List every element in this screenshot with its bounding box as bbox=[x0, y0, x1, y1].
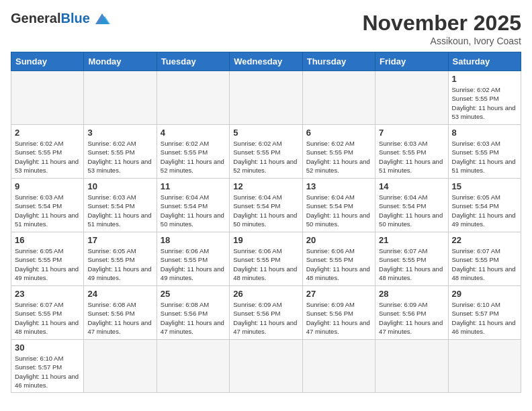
calendar-cell: 17Sunrise: 6:05 AM Sunset: 5:55 PM Dayli… bbox=[84, 232, 157, 286]
calendar-cell: 9Sunrise: 6:03 AM Sunset: 5:54 PM Daylig… bbox=[11, 179, 84, 232]
calendar-cell: 23Sunrise: 6:07 AM Sunset: 5:55 PM Dayli… bbox=[11, 286, 84, 340]
day-info: Sunrise: 6:03 AM Sunset: 5:55 PM Dayligh… bbox=[379, 139, 444, 175]
day-info: Sunrise: 6:06 AM Sunset: 5:55 PM Dayligh… bbox=[306, 246, 371, 282]
day-number: 8 bbox=[452, 128, 517, 138]
day-info: Sunrise: 6:04 AM Sunset: 5:54 PM Dayligh… bbox=[161, 193, 226, 228]
day-number: 24 bbox=[87, 289, 152, 299]
calendar-cell: 8Sunrise: 6:03 AM Sunset: 5:55 PM Daylig… bbox=[448, 125, 521, 179]
calendar-cell: 7Sunrise: 6:03 AM Sunset: 5:55 PM Daylig… bbox=[375, 125, 448, 179]
calendar-cell: 26Sunrise: 6:09 AM Sunset: 5:56 PM Dayli… bbox=[230, 286, 302, 340]
calendar-cell: 28Sunrise: 6:09 AM Sunset: 5:56 PM Dayli… bbox=[375, 286, 448, 340]
day-info: Sunrise: 6:09 AM Sunset: 5:56 PM Dayligh… bbox=[379, 300, 444, 336]
day-number: 15 bbox=[452, 181, 517, 191]
calendar-cell bbox=[84, 71, 157, 125]
calendar-cell: 14Sunrise: 6:04 AM Sunset: 5:54 PM Dayli… bbox=[375, 179, 448, 232]
calendar-cell: 24Sunrise: 6:08 AM Sunset: 5:56 PM Dayli… bbox=[84, 286, 157, 340]
calendar-cell: 10Sunrise: 6:03 AM Sunset: 5:54 PM Dayli… bbox=[84, 179, 157, 232]
day-info: Sunrise: 6:10 AM Sunset: 5:57 PM Dayligh… bbox=[452, 300, 517, 336]
calendar-cell bbox=[230, 340, 302, 393]
calendar-cell: 4Sunrise: 6:02 AM Sunset: 5:55 PM Daylig… bbox=[157, 125, 229, 179]
day-info: Sunrise: 6:07 AM Sunset: 5:55 PM Dayligh… bbox=[15, 300, 80, 336]
calendar-table: SundayMondayTuesdayWednesdayThursdayFrid… bbox=[11, 52, 521, 393]
day-info: Sunrise: 6:04 AM Sunset: 5:54 PM Dayligh… bbox=[306, 193, 371, 228]
calendar-cell bbox=[302, 340, 375, 393]
weekday-header-saturday: Saturday bbox=[448, 52, 521, 71]
calendar-cell bbox=[302, 71, 375, 125]
weekday-header-thursday: Thursday bbox=[302, 52, 375, 71]
day-number: 14 bbox=[379, 181, 444, 191]
day-info: Sunrise: 6:02 AM Sunset: 5:55 PM Dayligh… bbox=[233, 139, 298, 175]
calendar-week-row: 2Sunrise: 6:02 AM Sunset: 5:55 PM Daylig… bbox=[11, 125, 521, 179]
calendar-week-row: 9Sunrise: 6:03 AM Sunset: 5:54 PM Daylig… bbox=[11, 179, 521, 232]
day-info: Sunrise: 6:08 AM Sunset: 5:56 PM Dayligh… bbox=[161, 300, 226, 336]
calendar-cell: 1Sunrise: 6:02 AM Sunset: 5:55 PM Daylig… bbox=[448, 71, 521, 125]
calendar-cell: 6Sunrise: 6:02 AM Sunset: 5:55 PM Daylig… bbox=[302, 125, 375, 179]
calendar-cell bbox=[157, 71, 229, 125]
day-info: Sunrise: 6:03 AM Sunset: 5:55 PM Dayligh… bbox=[452, 139, 517, 175]
day-info: Sunrise: 6:02 AM Sunset: 5:55 PM Dayligh… bbox=[161, 139, 226, 175]
calendar-cell: 2Sunrise: 6:02 AM Sunset: 5:55 PM Daylig… bbox=[11, 125, 84, 179]
calendar-cell: 12Sunrise: 6:04 AM Sunset: 5:54 PM Dayli… bbox=[230, 179, 302, 232]
calendar-cell: 30Sunrise: 6:10 AM Sunset: 5:57 PM Dayli… bbox=[11, 340, 84, 393]
weekday-header-row: SundayMondayTuesdayWednesdayThursdayFrid… bbox=[11, 52, 521, 71]
day-info: Sunrise: 6:03 AM Sunset: 5:54 PM Dayligh… bbox=[15, 193, 80, 228]
day-info: Sunrise: 6:10 AM Sunset: 5:57 PM Dayligh… bbox=[15, 354, 80, 390]
calendar-cell: 21Sunrise: 6:07 AM Sunset: 5:55 PM Dayli… bbox=[375, 232, 448, 286]
day-number: 18 bbox=[161, 235, 226, 245]
day-number: 21 bbox=[379, 235, 444, 245]
day-number: 3 bbox=[87, 128, 152, 138]
day-number: 9 bbox=[15, 181, 80, 191]
day-number: 29 bbox=[452, 289, 517, 299]
calendar-cell: 29Sunrise: 6:10 AM Sunset: 5:57 PM Dayli… bbox=[448, 286, 521, 340]
day-number: 2 bbox=[15, 128, 80, 138]
day-number: 16 bbox=[15, 235, 80, 245]
logo-area: General Blue bbox=[11, 11, 112, 26]
day-info: Sunrise: 6:02 AM Sunset: 5:55 PM Dayligh… bbox=[306, 139, 371, 175]
day-number: 28 bbox=[379, 289, 444, 299]
calendar-cell: 19Sunrise: 6:06 AM Sunset: 5:55 PM Dayli… bbox=[230, 232, 302, 286]
day-number: 25 bbox=[161, 289, 226, 299]
day-info: Sunrise: 6:04 AM Sunset: 5:54 PM Dayligh… bbox=[233, 193, 298, 228]
day-number: 12 bbox=[233, 181, 298, 191]
calendar-cell bbox=[230, 71, 302, 125]
title-area: November 2025 Assikoun, Ivory Coast bbox=[362, 11, 521, 46]
calendar-cell bbox=[375, 340, 448, 393]
calendar-cell bbox=[375, 71, 448, 125]
day-info: Sunrise: 6:03 AM Sunset: 5:54 PM Dayligh… bbox=[87, 193, 152, 228]
day-info: Sunrise: 6:02 AM Sunset: 5:55 PM Dayligh… bbox=[452, 85, 517, 121]
day-number: 17 bbox=[87, 235, 152, 245]
day-number: 11 bbox=[161, 181, 226, 191]
day-number: 26 bbox=[233, 289, 298, 299]
weekday-header-sunday: Sunday bbox=[11, 52, 84, 71]
calendar-cell: 18Sunrise: 6:06 AM Sunset: 5:55 PM Dayli… bbox=[157, 232, 229, 286]
logo-general-text: General bbox=[11, 11, 60, 26]
calendar-cell: 13Sunrise: 6:04 AM Sunset: 5:54 PM Dayli… bbox=[302, 179, 375, 232]
day-info: Sunrise: 6:06 AM Sunset: 5:55 PM Dayligh… bbox=[233, 246, 298, 282]
day-number: 22 bbox=[452, 235, 517, 245]
day-info: Sunrise: 6:07 AM Sunset: 5:55 PM Dayligh… bbox=[452, 246, 517, 282]
day-info: Sunrise: 6:08 AM Sunset: 5:56 PM Dayligh… bbox=[87, 300, 152, 336]
calendar-cell: 22Sunrise: 6:07 AM Sunset: 5:55 PM Dayli… bbox=[448, 232, 521, 286]
day-number: 6 bbox=[306, 128, 371, 138]
day-info: Sunrise: 6:09 AM Sunset: 5:56 PM Dayligh… bbox=[233, 300, 298, 336]
day-number: 4 bbox=[161, 128, 226, 138]
calendar-week-row: 1Sunrise: 6:02 AM Sunset: 5:55 PM Daylig… bbox=[11, 71, 521, 125]
page-header: General Blue November 2025 Assikoun, Ivo… bbox=[11, 11, 521, 46]
logo-icon bbox=[93, 12, 112, 26]
calendar-cell: 25Sunrise: 6:08 AM Sunset: 5:56 PM Dayli… bbox=[157, 286, 229, 340]
calendar-cell: 11Sunrise: 6:04 AM Sunset: 5:54 PM Dayli… bbox=[157, 179, 229, 232]
calendar-cell: 20Sunrise: 6:06 AM Sunset: 5:55 PM Dayli… bbox=[302, 232, 375, 286]
day-number: 19 bbox=[233, 235, 298, 245]
calendar-cell bbox=[157, 340, 229, 393]
day-info: Sunrise: 6:09 AM Sunset: 5:56 PM Dayligh… bbox=[306, 300, 371, 336]
day-number: 23 bbox=[15, 289, 80, 299]
weekday-header-tuesday: Tuesday bbox=[157, 52, 229, 71]
day-info: Sunrise: 6:02 AM Sunset: 5:55 PM Dayligh… bbox=[87, 139, 152, 175]
weekday-header-monday: Monday bbox=[84, 52, 157, 71]
day-info: Sunrise: 6:02 AM Sunset: 5:55 PM Dayligh… bbox=[15, 139, 80, 175]
month-title: November 2025 bbox=[362, 11, 521, 36]
calendar-cell bbox=[84, 340, 157, 393]
day-number: 1 bbox=[452, 74, 517, 84]
day-number: 13 bbox=[306, 181, 371, 191]
day-number: 7 bbox=[379, 128, 444, 138]
